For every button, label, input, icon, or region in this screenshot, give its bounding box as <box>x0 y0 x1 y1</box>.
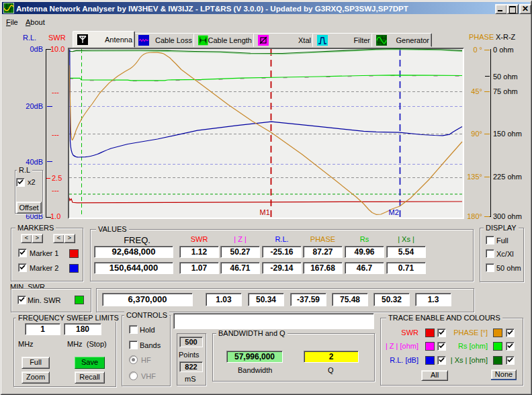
svg-text:M1: M1 <box>260 208 270 216</box>
svg-text:M2: M2 <box>389 208 399 216</box>
